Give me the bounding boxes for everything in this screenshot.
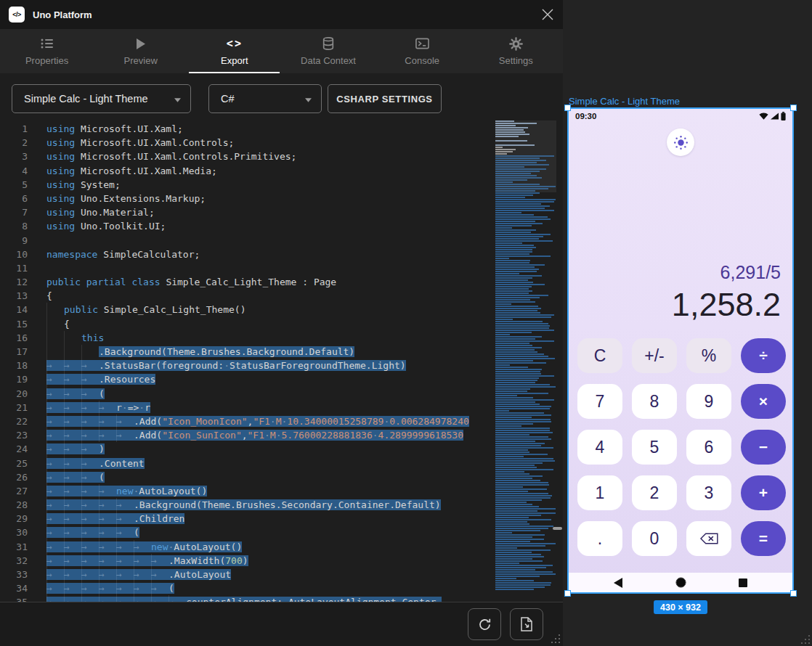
code-line[interactable]: 7using Uno.Material;: [0, 205, 494, 219]
key-%[interactable]: %: [686, 338, 731, 373]
code-line[interactable]: 11: [0, 261, 494, 275]
back-icon[interactable]: [614, 578, 622, 588]
minimap-line: [495, 512, 556, 514]
code-line[interactable]: 12public partial class Simple_Calc_Light…: [0, 275, 494, 289]
tab-properties[interactable]: Properties: [0, 29, 94, 73]
code-line[interactable]: 21→→→→r·=>·r: [0, 401, 494, 414]
tab-settings[interactable]: Settings: [469, 29, 563, 73]
key-4[interactable]: 4: [577, 430, 622, 465]
code-line[interactable]: 34→→→→→→→(: [0, 581, 494, 595]
minimap-line: [495, 417, 532, 418]
code-line[interactable]: 28→→→→→.Background(Theme.Brushes.Seconda…: [0, 498, 494, 512]
selection-handle-top-right[interactable]: [790, 105, 797, 111]
theme-dropdown[interactable]: Simple Calc - Light Theme: [12, 84, 191, 113]
code-line[interactable]: 24→→→): [0, 442, 494, 456]
key-÷[interactable]: ÷: [741, 338, 786, 373]
key-3[interactable]: 3: [686, 475, 731, 510]
phone-preview[interactable]: 09:30 6,291/5 1,258.2 C+/-%÷789×456−123+…: [567, 107, 794, 594]
code-line[interactable]: 13{: [0, 289, 494, 303]
key-2[interactable]: 2: [632, 475, 677, 510]
code-line[interactable]: 6using Uno.Extensions.Markup;: [0, 192, 494, 205]
refresh-button[interactable]: [468, 608, 501, 640]
key-8[interactable]: 8: [632, 384, 677, 419]
key-6[interactable]: 6: [686, 430, 731, 465]
line-content: →→→→→.Add("Icon_MoonIcon","F1·M·10.34000…: [46, 414, 469, 428]
line-content: →→→.Content: [46, 457, 145, 470]
home-icon[interactable]: [675, 577, 686, 588]
code-line[interactable]: 16this: [0, 331, 494, 345]
line-number: 25: [0, 457, 28, 470]
key-9[interactable]: 9: [686, 384, 731, 419]
selection-handle-bottom-right[interactable]: [790, 590, 797, 597]
minimap-line: [495, 406, 551, 407]
key-0[interactable]: 0: [632, 521, 677, 556]
tab-export[interactable]: <>Export: [187, 29, 281, 73]
scrollbar-thumb[interactable]: [553, 527, 562, 530]
resize-grip-icon[interactable]: [800, 634, 811, 645]
selected-element-label[interactable]: Simple Calc - Light Theme: [569, 96, 680, 107]
minimap-viewport[interactable]: [495, 120, 556, 192]
code-line[interactable]: 26→→→(: [0, 470, 494, 484]
code-line[interactable]: 27→→→→new·AutoLayout(): [0, 484, 494, 498]
export-file-button[interactable]: [510, 608, 543, 640]
key-7[interactable]: 7: [577, 384, 622, 419]
gear-icon: [509, 37, 523, 51]
tab-data-context[interactable]: Data Context: [281, 29, 375, 73]
code-line[interactable]: 35→→→→→→→→counterAlignment:·AutoLayoutAl…: [0, 595, 494, 602]
selection-handle-bottom-left[interactable]: [564, 590, 571, 597]
signal-icon: [771, 113, 779, 120]
key-=[interactable]: =: [741, 521, 786, 556]
code-line[interactable]: 3using Microsoft.UI.Xaml.Controls.Primit…: [0, 150, 494, 163]
key-1[interactable]: 1: [577, 475, 622, 510]
minimap-line: [495, 414, 551, 416]
close-icon[interactable]: [541, 8, 554, 21]
code-line[interactable]: 33→→→→→→→.AutoLayout: [0, 568, 494, 581]
tab-label: Data Context: [301, 55, 356, 66]
csharp-settings-button[interactable]: CSHARP SETTINGS: [328, 84, 442, 113]
code-line[interactable]: 2using Microsoft.UI.Xaml.Controls;: [0, 136, 494, 150]
key-C[interactable]: C: [577, 338, 622, 373]
code-line[interactable]: 14public Simple_Calc_Light_Theme(): [0, 303, 494, 316]
minimap[interactable]: [495, 120, 556, 602]
code-line[interactable]: 32→→→→→→→.MaxWidth(700): [0, 554, 494, 568]
selection-handle-top-left[interactable]: [564, 105, 571, 111]
code-line[interactable]: 5using System;: [0, 178, 494, 192]
code-line[interactable]: 31→→→→→→new·AutoLayout(): [0, 540, 494, 554]
code-line[interactable]: 30→→→→→(: [0, 526, 494, 539]
key-×[interactable]: ×: [741, 384, 786, 419]
line-content: using Microsoft.UI.Xaml.Controls.Primiti…: [46, 150, 296, 163]
minimap-line: [495, 247, 536, 248]
code-line[interactable]: 19→→→.Resources: [0, 372, 494, 386]
key-5[interactable]: 5: [632, 430, 677, 465]
minimap-line: [495, 543, 556, 544]
code-line[interactable]: 20→→→(: [0, 387, 494, 401]
minimap-line: [495, 290, 532, 292]
key-+/-[interactable]: +/-: [632, 338, 677, 373]
tab-console[interactable]: Console: [375, 29, 469, 73]
minimap-line: [495, 460, 555, 462]
code-line[interactable]: 23→→→→→.Add("Icon_SunIcon","F1·M·5.76000…: [0, 428, 494, 442]
recents-icon[interactable]: [739, 578, 747, 587]
language-dropdown[interactable]: C#: [208, 84, 322, 113]
theme-toggle-button[interactable]: [667, 128, 694, 156]
code-editor[interactable]: 1using Microsoft.UI.Xaml;2using Microsof…: [0, 120, 563, 602]
code-line[interactable]: 29→→→→→.Children: [0, 512, 494, 526]
code-line[interactable]: 4using Microsoft.UI.Xaml.Media;: [0, 164, 494, 178]
minimap-line: [495, 201, 554, 203]
key-+[interactable]: +: [741, 475, 786, 510]
tab-preview[interactable]: Preview: [94, 29, 187, 73]
code-line[interactable]: 8using Uno.Toolkit.UI;: [0, 219, 494, 233]
code-line[interactable]: 1using Microsoft.UI.Xaml;: [0, 122, 494, 136]
code-line[interactable]: 22→→→→→.Add("Icon_MoonIcon","F1·M·10.340…: [0, 414, 494, 428]
key-backspace[interactable]: [686, 521, 731, 556]
minimap-line: [495, 227, 512, 229]
code-line[interactable]: 15{: [0, 317, 494, 331]
key-−[interactable]: −: [741, 430, 786, 465]
key-.[interactable]: .: [577, 521, 622, 556]
resize-grip-icon[interactable]: [551, 634, 561, 644]
code-line[interactable]: 9: [0, 234, 494, 248]
code-line[interactable]: 10namespace SimpleCalculator;: [0, 248, 494, 261]
code-line[interactable]: 17.Background(Theme.Brushes.Background.D…: [0, 345, 494, 359]
code-line[interactable]: 25→→→.Content: [0, 457, 494, 470]
code-line[interactable]: 18→→→.StatusBar(foreground:·StatusBarFor…: [0, 359, 494, 372]
